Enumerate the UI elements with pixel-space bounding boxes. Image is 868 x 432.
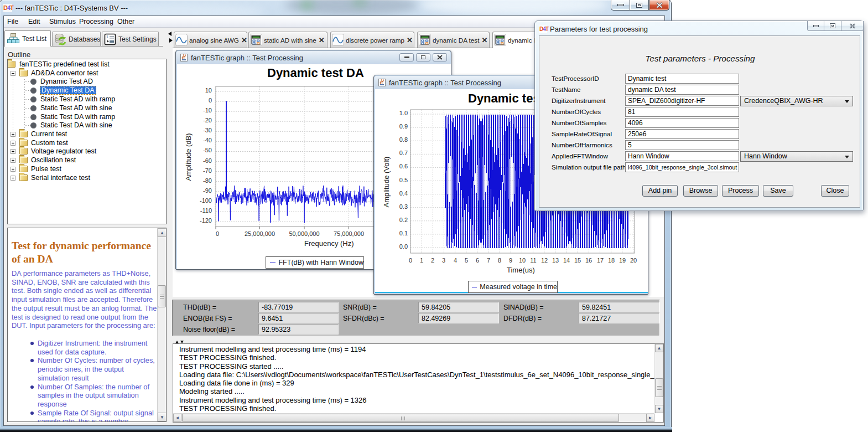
svg-text:1: 1 <box>106 35 108 39</box>
